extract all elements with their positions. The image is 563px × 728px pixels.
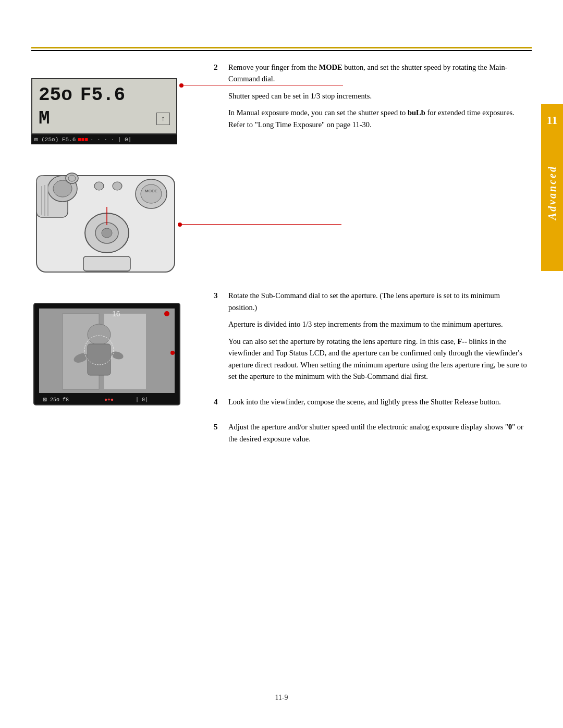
lcd-aperture: F5.6 [80,84,125,106]
decorative-lines [31,47,532,51]
svg-text:16: 16 [112,310,120,318]
black-line [31,50,532,51]
camera-top-illustration: MODE [31,165,182,280]
step-3-para-1: Rotate the Sub-Command dial to set the a… [228,290,529,313]
lcd-bottom-row: M ↑ [39,108,170,129]
step-2-para-2: Shutter speed can be set in 1/3 stop inc… [228,90,529,102]
svg-point-18 [68,175,76,181]
svg-point-14 [94,182,104,190]
f-dash-bold: F-- [457,337,467,346]
zero-bold: 0 [508,423,512,431]
step-4-number: 4 [214,396,222,413]
annotation-dot-1 [179,83,183,88]
viewfinder-illustration: 16 ⊠ 25o f8 ●+● | 0| [31,301,182,423]
lcd-section: 25o F5.6 M ↑ ⊠ (25o) F5.6 ■■■ · · · · | … [31,63,198,144]
svg-text:MODE: MODE [145,189,157,193]
step-5: 5 Adjust the aperture and/or shutter spe… [214,421,529,450]
step-3: 3 Rotate the Sub-Command dial to set the… [214,290,529,387]
tab-label: Advanced [546,165,558,220]
svg-point-9 [102,228,112,238]
step-2-para-3: In Manual exposure mode, you can set the… [228,107,529,130]
lcd-bracket: ↑ [156,113,170,125]
main-layout: 25o F5.6 M ↑ ⊠ (25o) F5.6 ■■■ · · · · | … [31,57,529,697]
lcd-status-bar: ⊠ (25o) F5.6 ■■■ · · · · | 0| [31,134,177,144]
step-4-para-1: Look into the viewfinder, compose the sc… [228,396,501,408]
left-column: 25o F5.6 M ↑ ⊠ (25o) F5.6 ■■■ · · · · | … [31,57,198,697]
svg-text:| 0|: | 0| [136,397,148,403]
page-tab: 11 Advanced [541,104,563,271]
mode-bold: MODE [319,63,342,71]
svg-text:●+●: ●+● [104,397,114,403]
svg-rect-25 [88,344,111,375]
gold-line [31,47,532,48]
step-5-number: 5 [214,421,222,450]
lcd-mode: M [39,108,50,129]
annotation-dot-2 [178,223,182,227]
svg-rect-10 [83,256,130,271]
bulb-bold: buLb [408,108,425,117]
annotation-line-2 [180,224,341,225]
step-5-content: Adjust the aperture and/or shutter speed… [228,421,529,450]
lcd-status-dots: · · · · | 0| [90,137,131,143]
step-3-para-3: You can also set the aperture by rotatin… [228,336,529,382]
lcd-status-text: ⊠ (25o) F5.6 [34,136,76,143]
lcd-top-row: 25o F5.6 [39,84,170,106]
tab-number: 11 [547,114,558,127]
step-2: 2 Remove your finger from the MODE butto… [214,61,529,135]
right-column: 2 Remove your finger from the MODE butto… [214,57,529,697]
step-3-number: 3 [214,290,222,387]
step-2-content: Remove your finger from the MODE button,… [228,61,529,135]
step-5-para-1: Adjust the aperture and/or shutter speed… [228,421,529,445]
page-number: 11-9 [275,694,288,702]
lcd-display: 25o F5.6 M ↑ [31,78,177,134]
svg-point-30 [164,311,169,316]
svg-point-24 [88,324,111,345]
step-2-number: 2 [214,61,222,135]
lcd-status-exposure: ■■■ [78,137,88,143]
step-4: 4 Look into the viewfinder, compose the … [214,396,529,413]
step-3-para-2: Aperture is divided into 1/3 step increm… [228,318,529,330]
lcd-shutter-speed: 25o [39,84,72,106]
annotation-line-1 [181,85,343,85]
step-2-para-1: Remove your finger from the MODE button,… [228,61,529,85]
svg-text:⊠  25o  f8: ⊠ 25o f8 [43,397,69,403]
step-4-content: Look into the viewfinder, compose the sc… [228,396,501,413]
svg-point-15 [113,182,122,190]
svg-point-3 [141,184,162,203]
step-3-content: Rotate the Sub-Command dial to set the a… [228,290,529,387]
svg-point-31 [170,351,175,355]
